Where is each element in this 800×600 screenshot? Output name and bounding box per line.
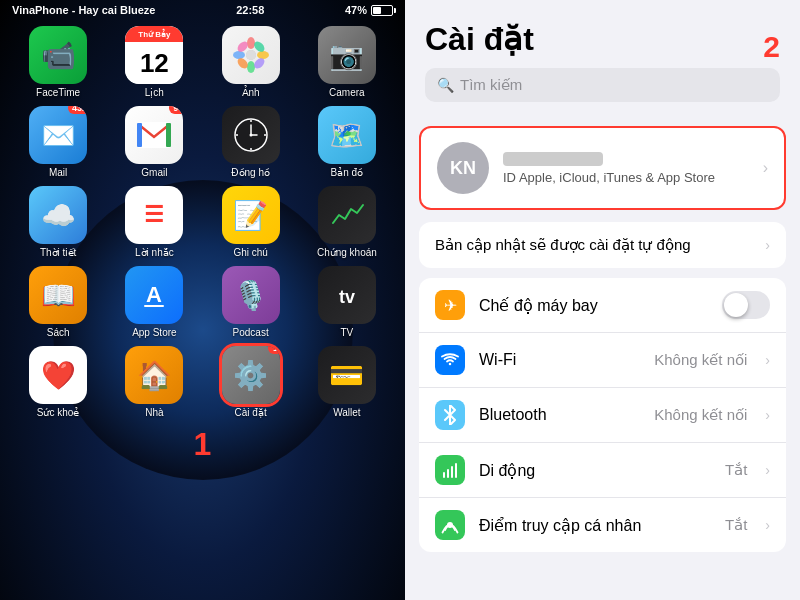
app-gmail[interactable]: 94 Gmail — [114, 106, 194, 178]
app-home[interactable]: 🏠 Nhà — [114, 346, 194, 418]
step-1-label: 1 — [0, 426, 405, 463]
reminders-label: Lời nhắc — [135, 247, 174, 258]
svg-point-9 — [246, 50, 256, 60]
reminders-icon[interactable]: ☰ — [125, 186, 183, 244]
health-icon[interactable]: ❤️ — [29, 346, 87, 404]
svg-text:A: A — [146, 282, 162, 307]
svg-rect-26 — [447, 469, 449, 478]
calendar-icon[interactable]: Thứ Bảy 12 — [125, 26, 183, 84]
svg-point-1 — [247, 37, 255, 49]
app-stocks[interactable]: Chứng khoán — [307, 186, 387, 258]
phone-screen: VinaPhone - Hay cai Blueze 22:58 47% 📹 F… — [0, 0, 405, 600]
app-appstore[interactable]: A App Store — [114, 266, 194, 338]
app-maps[interactable]: 🗺️ Bản đồ — [307, 106, 387, 178]
app-clock[interactable]: Đồng hồ — [211, 106, 291, 178]
app-notes[interactable]: 📝 Ghi chú — [211, 186, 291, 258]
settings-icon[interactable]: ⚙️ 1 — [222, 346, 280, 404]
step-2-label: 2 — [763, 30, 780, 64]
mobile-value: Tắt — [725, 461, 747, 479]
home-icon[interactable]: 🏠 — [125, 346, 183, 404]
camera-icon[interactable]: 📷 — [318, 26, 376, 84]
app-mail[interactable]: ✉️ 432 Mail — [18, 106, 98, 178]
settings-row-mobile[interactable]: Di động Tắt › — [419, 443, 786, 498]
app-camera[interactable]: 📷 Camera — [307, 26, 387, 98]
camera-label: Camera — [329, 87, 365, 98]
settings-row-hotspot[interactable]: Điểm truy cập cá nhân Tắt › — [419, 498, 786, 552]
svg-point-2 — [247, 61, 255, 73]
appstore-icon[interactable]: A — [125, 266, 183, 324]
gmail-badge: 94 — [169, 106, 183, 114]
app-facetime[interactable]: 📹 FaceTime — [18, 26, 98, 98]
app-row-3: ☁️ Thời tiết ☰ Lời nhắc 📝 Ghi chú Chứng … — [10, 186, 395, 258]
app-tv[interactable]: tv TV — [307, 266, 387, 338]
profile-card[interactable]: KN ID Apple, iCloud, iTunes & App Store … — [419, 126, 786, 210]
wallet-label: Wallet — [333, 407, 360, 418]
battery-icon — [371, 5, 393, 16]
settings-section-main: ✈ Chế độ máy bay Wi-Fi Không kết nối › — [419, 278, 786, 552]
airplane-label: Chế độ máy bay — [479, 296, 708, 315]
app-books[interactable]: 📖 Sách — [18, 266, 98, 338]
svg-point-19 — [236, 134, 238, 136]
bluetooth-label: Bluetooth — [479, 406, 640, 424]
settings-title: Cài đặt — [425, 20, 534, 58]
gmail-label: Gmail — [141, 167, 167, 178]
svg-rect-25 — [443, 472, 445, 478]
maps-icon[interactable]: 🗺️ — [318, 106, 376, 164]
svg-text:tv: tv — [339, 287, 355, 307]
books-icon[interactable]: 📖 — [29, 266, 87, 324]
clock-label: Đồng hồ — [231, 167, 270, 178]
podcasts-label: Podcast — [233, 327, 269, 338]
avatar: KN — [437, 142, 489, 194]
app-photos[interactable]: Ảnh — [211, 26, 291, 98]
app-health[interactable]: ❤️ Sức khoẻ — [18, 346, 98, 418]
profile-chevron: › — [763, 159, 768, 177]
calendar-label: Lịch — [145, 87, 164, 98]
mail-badge: 432 — [68, 106, 87, 114]
app-row-2: ✉️ 432 Mail 94 Gmail — [10, 106, 395, 178]
stocks-icon[interactable] — [318, 186, 376, 244]
hotspot-label: Điểm truy cập cá nhân — [479, 516, 711, 535]
status-bar: VinaPhone - Hay cai Blueze 22:58 47% — [0, 0, 405, 20]
settings-row-wifi[interactable]: Wi-Fi Không kết nối › — [419, 333, 786, 388]
app-wallet[interactable]: 💳 Wallet — [307, 346, 387, 418]
app-calendar[interactable]: Thứ Bảy 12 Lịch — [114, 26, 194, 98]
gmail-icon[interactable]: 94 — [125, 106, 183, 164]
wallet-icon[interactable]: 💳 — [318, 346, 376, 404]
airplane-toggle[interactable] — [722, 291, 770, 319]
profile-sub: ID Apple, iCloud, iTunes & App Store — [503, 170, 749, 185]
update-label: Bản cập nhật sẽ được cài đặt tự động — [435, 236, 757, 254]
svg-point-4 — [257, 51, 269, 59]
facetime-icon[interactable]: 📹 — [29, 26, 87, 84]
app-settings[interactable]: ⚙️ 1 Cài đặt — [211, 346, 291, 418]
mail-icon[interactable]: ✉️ 432 — [29, 106, 87, 164]
status-right: 47% — [345, 4, 393, 16]
settings-row-airplane[interactable]: ✈ Chế độ máy bay — [419, 278, 786, 333]
search-bar[interactable]: 🔍 Tìm kiếm — [425, 68, 780, 102]
app-row-5: ❤️ Sức khoẻ 🏠 Nhà ⚙️ 1 Cài đặt 💳 Wallet — [10, 346, 395, 418]
tv-icon[interactable]: tv — [318, 266, 376, 324]
settings-label: Cài đặt — [235, 407, 267, 418]
bluetooth-chevron: › — [765, 407, 770, 423]
weather-icon[interactable]: ☁️ — [29, 186, 87, 244]
app-reminders[interactable]: ☰ Lời nhắc — [114, 186, 194, 258]
photos-label: Ảnh — [242, 87, 260, 98]
update-row[interactable]: Bản cập nhật sẽ được cài đặt tự động › — [419, 222, 786, 268]
home-label: Nhà — [145, 407, 163, 418]
books-label: Sách — [47, 327, 70, 338]
app-weather[interactable]: ☁️ Thời tiết — [18, 186, 98, 258]
podcasts-icon[interactable]: 🎙️ — [222, 266, 280, 324]
battery-percent: 47% — [345, 4, 367, 16]
bluetooth-icon — [435, 400, 465, 430]
clock-icon[interactable] — [222, 106, 280, 164]
photos-icon[interactable] — [222, 26, 280, 84]
settings-row-bluetooth[interactable]: Bluetooth Không kết nối › — [419, 388, 786, 443]
svg-point-17 — [250, 120, 252, 122]
hotspot-chevron: › — [765, 517, 770, 533]
app-podcasts[interactable]: 🎙️ Podcast — [211, 266, 291, 338]
svg-rect-28 — [455, 463, 457, 478]
wifi-icon — [435, 345, 465, 375]
appstore-label: App Store — [132, 327, 176, 338]
notes-icon[interactable]: 📝 — [222, 186, 280, 244]
settings-badge: 1 — [268, 346, 280, 354]
mobile-label: Di động — [479, 461, 711, 480]
